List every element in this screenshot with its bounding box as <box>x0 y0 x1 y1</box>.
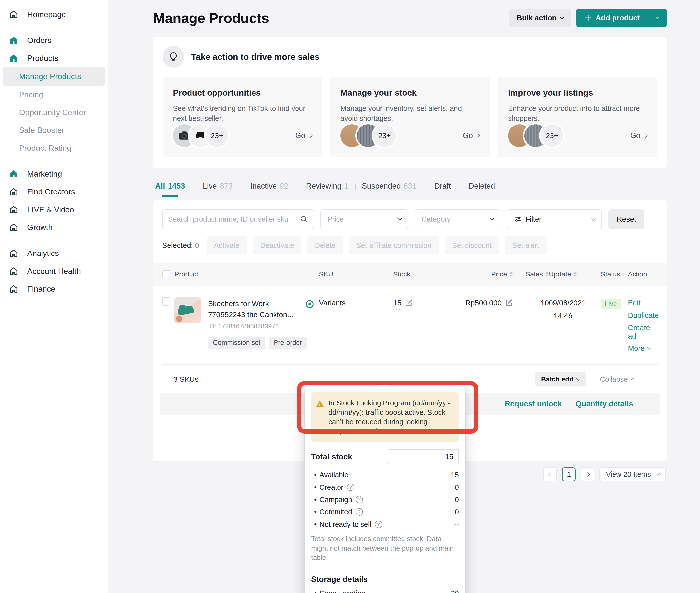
learn-more-link[interactable]: Learn More <box>389 427 426 435</box>
search-input[interactable] <box>168 215 300 223</box>
chevron-right-icon <box>644 134 648 138</box>
sidebar-item-homepage[interactable]: Homepage <box>0 5 108 23</box>
add-product-dropdown-button[interactable] <box>648 9 667 27</box>
category-select[interactable]: Category <box>415 209 500 229</box>
deactivate-button[interactable]: Deactivate <box>253 236 302 254</box>
sidebar-item-growth[interactable]: Growth <box>0 219 108 236</box>
go-link[interactable]: Go <box>295 131 312 140</box>
column-price[interactable]: Price <box>461 270 513 278</box>
go-link[interactable]: Go <box>630 131 647 140</box>
help-icon[interactable]: ? <box>356 508 363 516</box>
sidebar-item-products[interactable]: Products <box>0 49 108 67</box>
sidebar-item-analytics[interactable]: Analytics <box>0 244 108 262</box>
reset-button[interactable]: Reset <box>608 209 645 229</box>
request-unlock-link[interactable]: Request unlock <box>505 399 562 408</box>
price-cell: Rp500.000 <box>461 297 513 307</box>
row-value: -- <box>454 520 459 528</box>
go-link[interactable]: Go <box>463 131 479 140</box>
tab-suspended[interactable]: Suspended631 <box>362 182 417 197</box>
row-label: Creator <box>319 483 344 491</box>
tab-deleted[interactable]: Deleted <box>469 182 495 197</box>
search-icon[interactable] <box>300 215 308 223</box>
sidebar-item-opportunity-center[interactable]: Opportunity Center <box>0 104 108 121</box>
quantity-details-link[interactable]: Quantity details <box>576 399 633 408</box>
sidebar-item-label: Find Creators <box>27 187 75 196</box>
sidebar-divider <box>6 27 101 28</box>
tab-all[interactable]: All1453 <box>155 182 185 197</box>
more-count-badge: 23+ <box>541 124 563 147</box>
page-number-button[interactable]: 1 <box>562 468 576 481</box>
create-ad-link[interactable]: Create ad <box>628 323 659 340</box>
column-update[interactable]: Update <box>549 270 601 278</box>
next-page-button[interactable] <box>581 468 594 481</box>
chevron-up-icon <box>631 378 635 382</box>
column-sales[interactable]: Sales <box>513 270 549 278</box>
promo-panel: Take action to drive more sales Product … <box>153 37 667 168</box>
product-thumbnails: 23+ <box>173 124 228 147</box>
sidebar-item-orders[interactable]: Orders <box>0 31 108 49</box>
tab-draft[interactable]: Draft <box>434 182 451 197</box>
prev-page-button[interactable] <box>543 468 557 481</box>
collapse-link[interactable]: Collapse <box>600 375 634 384</box>
tab-live[interactable]: Live873 <box>203 182 233 197</box>
select-all-checkbox[interactable] <box>162 270 170 278</box>
sidebar-item-live-video[interactable]: LIVE & Video <box>0 201 108 219</box>
edit-price-icon[interactable] <box>505 299 513 307</box>
set-alert-button[interactable]: Set alert <box>505 236 547 254</box>
sidebar-item-sale-booster[interactable]: Sale Booster <box>0 121 108 139</box>
batch-edit-button[interactable]: Batch edit <box>535 372 586 387</box>
tab-inactive[interactable]: Inactive92 <box>250 182 288 197</box>
quantity-details-popup: In Stock Locking Program (dd/mm/yy - dd/… <box>305 386 465 593</box>
chevron-left-icon <box>548 472 552 477</box>
set-discount-button[interactable]: Set discount <box>445 236 499 254</box>
sidebar-item-pricing[interactable]: Pricing <box>0 86 108 104</box>
request-unlock-link[interactable]: Request Unlock <box>328 427 379 435</box>
product-thumbnails: 23+ <box>341 124 396 147</box>
filter-select[interactable]: Filter <box>507 209 602 229</box>
stock-locking-warning: In Stock Locking Program (dd/mm/yy - dd/… <box>311 392 459 442</box>
pre-order-badge: Pre-order <box>269 337 307 349</box>
product-thumbnails: 23+ <box>508 124 563 147</box>
chevron-right-icon <box>585 472 590 477</box>
set-affiliate-commission-button[interactable]: Set affiliate commission <box>349 236 439 254</box>
help-icon[interactable]: ? <box>356 496 363 503</box>
help-icon[interactable]: ? <box>375 521 382 528</box>
product-name[interactable]: Skechers for Work 770552243 the Cankton.… <box>208 298 307 320</box>
preview-eye-icon[interactable] <box>305 299 315 310</box>
sidebar-item-finance[interactable]: Finance <box>0 280 108 298</box>
delete-button[interactable]: Delete <box>307 236 343 254</box>
help-icon[interactable]: ? <box>347 483 354 491</box>
stock-detail-row: • Available 15 <box>311 470 459 480</box>
sort-icon <box>574 272 577 277</box>
add-product-button[interactable]: Add product <box>577 9 648 27</box>
sidebar-item-product-rating[interactable]: Product Rating <box>0 139 108 157</box>
edit-link[interactable]: Edit <box>628 299 659 307</box>
table-row: Skechers for Work 770552243 the Cankton.… <box>162 286 658 353</box>
duplicate-link[interactable]: Duplicate <box>628 311 659 319</box>
row-checkbox[interactable] <box>162 297 170 306</box>
sidebar-item-manage-products[interactable]: Manage Products <box>3 67 105 86</box>
promo-heading: Take action to drive more sales <box>191 52 319 62</box>
sidebar-item-account-health[interactable]: Account Health <box>0 262 108 280</box>
sidebar-item-label: Orders <box>27 36 51 45</box>
bulk-action-button[interactable]: Bulk action <box>509 9 571 27</box>
promo-card-manage-stock: Manage your stock Manage your inventory,… <box>330 77 490 157</box>
commission-set-badge: Commission set <box>208 337 265 349</box>
promo-card-product-opportunities: Product opportunities See what's trendin… <box>163 77 322 157</box>
sidebar-item-marketing[interactable]: Marketing <box>0 165 108 183</box>
view-items-select[interactable]: View 20 Items <box>599 468 666 481</box>
sidebar: Homepage Orders Products Manage Products… <box>0 0 108 593</box>
more-link[interactable]: More <box>628 344 659 353</box>
card-description: See what's trending on TikTok to find yo… <box>173 104 312 123</box>
sidebar-item-label: Finance <box>27 284 55 293</box>
tab-reviewing[interactable]: Reviewing1 <box>306 182 349 197</box>
sidebar-item-find-creators[interactable]: Find Creators <box>0 183 108 201</box>
activate-button[interactable]: Activate <box>206 236 247 254</box>
edit-stock-icon[interactable] <box>405 299 413 307</box>
total-stock-input[interactable]: 15 <box>388 449 459 464</box>
price-select[interactable]: Price <box>320 209 408 229</box>
price-value: Rp500.000 <box>465 299 502 307</box>
sku-count: 3 SKUs <box>173 375 199 384</box>
sidebar-item-label: Products <box>27 53 58 63</box>
live-status-badge: Live <box>601 299 621 309</box>
